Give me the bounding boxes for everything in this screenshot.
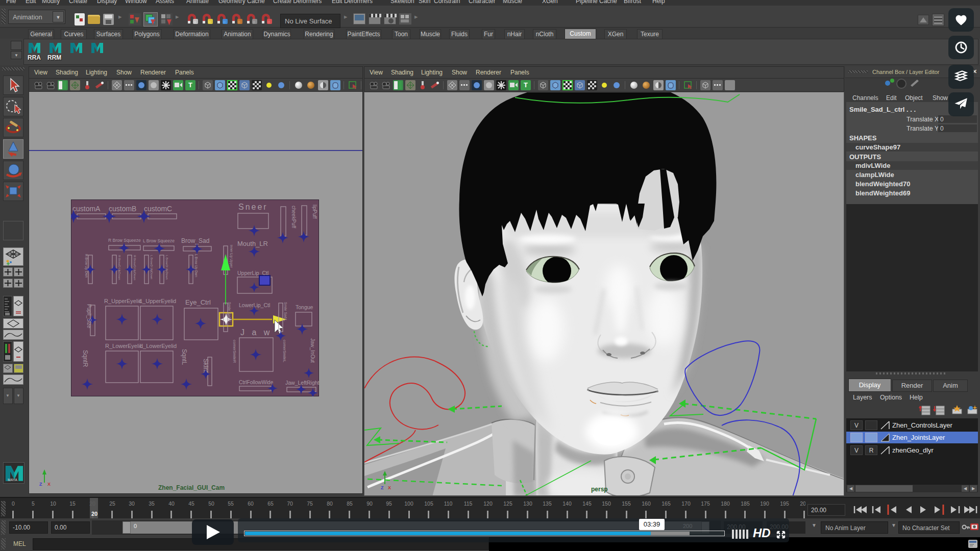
svg-text:165: 165 xyxy=(662,500,671,507)
svg-text:15: 15 xyxy=(69,500,76,507)
svg-text:115: 115 xyxy=(464,500,473,507)
svg-text:L Brow Squeeze: L Brow Squeeze xyxy=(143,238,175,243)
svg-text:R Brow Up Dwn: R Brow Up Dwn xyxy=(84,254,88,278)
svg-text:Smile Sad L: Smile Sad L xyxy=(284,302,287,321)
svg-text:cheekPuff: cheekPuff xyxy=(291,206,297,229)
svg-text:cornerSmileL: cornerSmileL xyxy=(282,340,287,362)
svg-text:190: 190 xyxy=(760,500,769,507)
svg-text:L_LowerEyelid: L_LowerEyelid xyxy=(140,343,177,349)
svg-text:R BrowD UpDown: R BrowD UpDown xyxy=(118,255,121,280)
svg-text:5: 5 xyxy=(32,500,35,507)
svg-text:105: 105 xyxy=(424,500,433,507)
svg-text:Jaw_InOut: Jaw_InOut xyxy=(310,338,315,363)
svg-text:125: 125 xyxy=(503,500,512,507)
svg-text:customB: customB xyxy=(109,205,136,213)
svg-text:Tongue: Tongue xyxy=(296,304,313,310)
svg-text:170: 170 xyxy=(681,500,691,507)
svg-text:70: 70 xyxy=(287,500,293,507)
svg-text:180: 180 xyxy=(721,500,730,507)
svg-text:L_UpperEyelid: L_UpperEyelid xyxy=(139,298,176,304)
svg-text:L BrowD UpDown: L BrowD UpDown xyxy=(150,255,153,279)
svg-text:10: 10 xyxy=(50,500,56,507)
svg-text:Z: Z xyxy=(39,482,42,487)
svg-text:130: 130 xyxy=(523,500,532,507)
svg-text:160: 160 xyxy=(642,500,651,507)
svg-text:150: 150 xyxy=(602,500,611,507)
svg-text:R Brow Squeeze: R Brow Squeeze xyxy=(108,238,141,243)
svg-text:30: 30 xyxy=(129,500,135,507)
svg-text:50: 50 xyxy=(208,500,214,507)
svg-text:Sneer: Sneer xyxy=(238,203,268,211)
svg-text:80: 80 xyxy=(327,500,333,507)
svg-text:customA: customA xyxy=(72,205,101,213)
svg-text:110: 110 xyxy=(444,500,453,507)
svg-text:195: 195 xyxy=(780,500,789,507)
svg-text:100: 100 xyxy=(404,500,413,507)
svg-text:cornerSmileR: cornerSmileR xyxy=(232,340,237,363)
svg-text:L Brow Up Dwn: L Brow Up Dwn xyxy=(194,254,198,277)
svg-text:customC: customC xyxy=(144,205,172,213)
svg-text:145: 145 xyxy=(582,500,592,507)
svg-text:X: X xyxy=(388,485,391,490)
svg-text:Smile Sad R: Smile Sad R xyxy=(228,302,231,322)
svg-text:Brow_Sad: Brow_Sad xyxy=(181,237,209,244)
svg-text:R BrowO UpDown: R BrowO UpDown xyxy=(133,255,136,280)
svg-text:Z: Z xyxy=(381,485,384,490)
svg-text:Inner Lip Upper: Inner Lip Upper xyxy=(229,245,233,268)
svg-text:CtrlFollowWide: CtrlFollowWide xyxy=(239,380,274,385)
svg-text:90: 90 xyxy=(366,500,373,507)
svg-text:95: 95 xyxy=(386,500,392,507)
svg-text:40: 40 xyxy=(168,500,175,507)
svg-text:75: 75 xyxy=(307,500,313,507)
svg-text:120: 120 xyxy=(483,500,493,507)
svg-text:R_LowerEyelid: R_LowerEyelid xyxy=(105,343,143,349)
svg-text:175: 175 xyxy=(701,500,710,507)
svg-text:Mouth_LR: Mouth_LR xyxy=(237,240,268,247)
svg-text:X: X xyxy=(47,482,51,487)
svg-text:140: 140 xyxy=(562,500,572,507)
svg-text:lipPuff: lipPuff xyxy=(312,205,317,219)
svg-text:SqntL: SqntL xyxy=(181,349,188,365)
svg-text:J a w: J a w xyxy=(240,328,272,337)
svg-text:60: 60 xyxy=(248,500,254,507)
svg-text:85: 85 xyxy=(347,500,353,507)
svg-text:25: 25 xyxy=(109,500,115,507)
svg-text:20: 20 xyxy=(91,511,97,517)
svg-text:Jaw_LeftRight: Jaw_LeftRight xyxy=(285,380,319,386)
svg-text:55: 55 xyxy=(228,500,234,507)
svg-text:R_UpperEyelid: R_UpperEyelid xyxy=(104,298,142,304)
svg-text:persp: persp xyxy=(591,486,608,493)
svg-text:185: 185 xyxy=(741,500,750,507)
svg-text:L BrowO UpDown: L BrowO UpDown xyxy=(165,255,168,280)
svg-text:SqntR: SqntR xyxy=(82,350,89,367)
svg-text:Eye_Ctrl: Eye_Ctrl xyxy=(185,298,211,306)
svg-text:45: 45 xyxy=(188,500,194,507)
svg-text:135: 135 xyxy=(543,500,552,507)
svg-text:Pupil_Size: Pupil_Size xyxy=(86,304,92,329)
svg-text:65: 65 xyxy=(267,500,274,507)
svg-text:200: 200 xyxy=(800,500,805,507)
svg-text:35: 35 xyxy=(149,500,155,507)
svg-text:0: 0 xyxy=(12,500,15,507)
svg-text:155: 155 xyxy=(622,500,631,507)
